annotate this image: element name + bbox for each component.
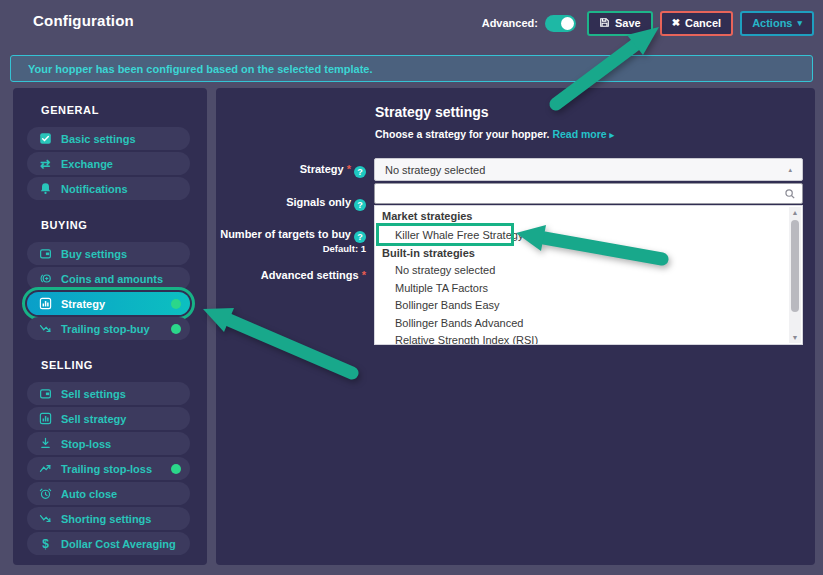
label-text: Number of targets to buy [220,228,351,240]
required-asterisk: * [362,269,366,281]
sidebar-item-exchange[interactable]: ⇄ Exchange [27,152,190,175]
scroll-up-icon[interactable]: ▲ [792,207,799,218]
check-square-icon [39,132,52,145]
actions-button-label: Actions [752,17,792,29]
sidebar-item-label: Sell settings [61,388,126,400]
dollar-icon: $ [39,537,52,550]
scroll-down-icon[interactable]: ▼ [792,332,799,343]
sidebar-item-label: Notifications [61,183,128,195]
save-floppy-icon [599,17,610,30]
save-button-label: Save [615,17,641,29]
close-icon: ✖ [672,18,680,28]
sidebar-item-label: Dollar Cost Averaging [61,538,176,550]
save-button[interactable]: Save [587,11,653,36]
trend-down-icon [39,512,52,525]
subtitle-text: Choose a strategy for your hopper. [375,128,549,140]
template-configured-alert: Your hopper has been configured based on… [10,55,813,82]
group-header-built-in-strategies: Built-in strategies [375,245,802,262]
chevron-down-icon: ▾ [797,19,802,28]
section-title-selling: SELLING [41,359,207,371]
advanced-label: Advanced: [482,17,538,29]
section-title-buying: BUYING [41,219,207,231]
panel-subtitle: Choose a strategy for your hopper. Read … [375,128,614,140]
alarm-clock-icon [39,487,52,500]
config-sidebar: GENERAL Basic settings ⇄ Exchange Notifi… [13,88,207,565]
scrollbar-thumb[interactable] [791,220,799,312]
strategy-dropdown: No strategy selected ▴ Market strategies… [374,158,803,345]
group-header-market-strategies: Market strategies [375,208,802,225]
cancel-button-label: Cancel [685,17,721,29]
select-caret-icon: ▴ [788,166,792,174]
page-title: Configuration [33,12,134,29]
exchange-icon: ⇄ [39,157,52,170]
read-more-link[interactable]: Read more [552,128,606,140]
sidebar-item-label: Basic settings [61,133,136,145]
help-icon[interactable]: ? [354,199,366,211]
sidebar-item-label: Auto close [61,488,117,500]
panel-title: Strategy settings [375,104,489,120]
sidebar-item-stop-loss[interactable]: Stop-loss [27,432,190,455]
sidebar-item-label: Shorting settings [61,513,151,525]
required-asterisk: * [347,163,351,175]
configuration-page: Configuration Advanced: Save ✖ Cancel Ac… [0,0,823,575]
targets-field-label: Number of targets to buy? [216,228,366,243]
strategy-select[interactable]: No strategy selected ▴ [374,158,803,181]
sidebar-item-label: Trailing stop-buy [61,323,150,335]
option-bollinger-bands-advanced[interactable]: Bollinger Bands Advanced [375,315,802,333]
sidebar-item-dollar-cost-averaging[interactable]: $ Dollar Cost Averaging [27,532,190,555]
sidebar-item-label: Stop-loss [61,438,111,450]
section-title-general: GENERAL [41,104,207,116]
stop-loss-icon [39,437,52,450]
sidebar-item-strategy[interactable]: Strategy [27,292,190,315]
label-text: Signals only [286,196,351,208]
sidebar-item-coins-and-amounts[interactable]: Coins and amounts [27,267,190,290]
trend-down-icon [39,322,52,335]
advanced-toggle[interactable] [545,15,576,32]
targets-default-value: Default: 1 [216,243,366,254]
trend-up-icon [39,462,52,475]
sidebar-item-trailing-stop-loss[interactable]: Trailing stop-loss [27,457,190,480]
strategy-options-list: Market strategies Killer Whale Free Stra… [374,205,803,345]
label-text: Strategy [300,163,344,175]
read-more-arrow-icon: ▸ [610,130,615,140]
option-killer-whale-free-strategy[interactable]: Killer Whale Free Strategy [375,225,802,245]
wallet-icon [39,247,52,260]
sidebar-item-label: Trailing stop-loss [61,463,152,475]
advanced-settings-field-label: Advanced settings * [216,269,366,281]
sidebar-item-sell-strategy[interactable]: Sell strategy [27,407,190,430]
coins-icon [39,272,52,285]
alert-message: Your hopper has been configured based on… [28,63,373,75]
status-dot [171,299,181,309]
cancel-button[interactable]: ✖ Cancel [660,11,733,36]
status-dot [171,464,181,474]
sidebar-item-auto-close[interactable]: Auto close [27,482,190,505]
sidebar-item-trailing-stop-buy[interactable]: Trailing stop-buy [27,317,190,340]
toggle-knob [561,17,574,30]
strategy-search-box [374,183,803,204]
help-icon[interactable]: ? [354,166,366,178]
selected-strategy-value: No strategy selected [385,164,485,176]
option-no-strategy-selected[interactable]: No strategy selected [375,262,802,280]
signals-only-field-label: Signals only? [216,196,366,211]
sidebar-item-buy-settings[interactable]: Buy settings [27,242,190,265]
wallet-icon [39,387,52,400]
sidebar-item-label: Sell strategy [61,413,126,425]
strategy-search-input[interactable] [381,185,784,202]
option-bollinger-bands-easy[interactable]: Bollinger Bands Easy [375,297,802,315]
sidebar-item-notifications[interactable]: Notifications [27,177,190,200]
sidebar-item-sell-settings[interactable]: Sell settings [27,382,190,405]
bar-chart-icon [39,297,52,310]
list-scrollbar[interactable]: ▲ ▼ [789,207,801,343]
sidebar-item-basic-settings[interactable]: Basic settings [27,127,190,150]
option-multiple-ta-factors[interactable]: Multiple TA Factors [375,280,802,298]
label-text: Advanced settings [261,269,359,281]
header-controls: Advanced: Save ✖ Cancel Actions ▾ [482,10,814,36]
bell-icon [39,182,52,195]
actions-button[interactable]: Actions ▾ [740,11,814,36]
status-dot [171,324,181,334]
option-relative-strength-index[interactable]: Relative Strength Index (RSI) [375,332,802,345]
help-icon[interactable]: ? [354,231,366,243]
sidebar-item-label: Coins and amounts [61,273,163,285]
bar-chart-icon [39,412,52,425]
sidebar-item-shorting-settings[interactable]: Shorting settings [27,507,190,530]
